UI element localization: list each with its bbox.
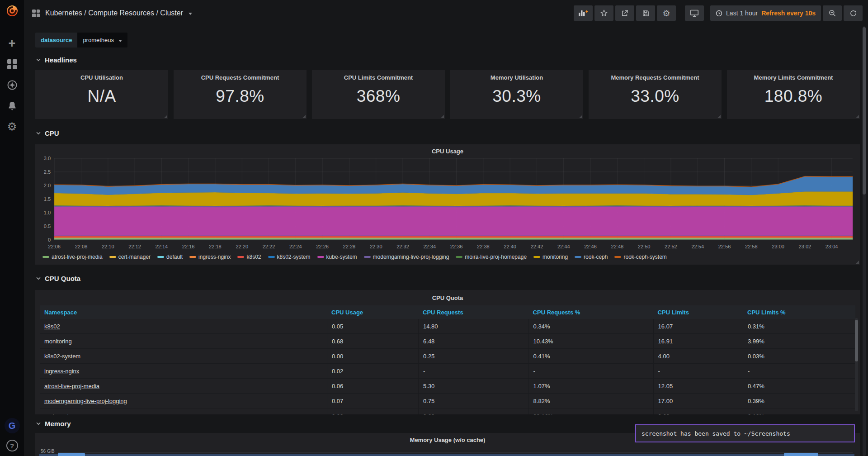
legend-color-marker (237, 256, 244, 258)
x-tick-label: 22:30 (370, 244, 382, 249)
sidebar-item-explore[interactable] (0, 75, 24, 95)
g-avatar-icon[interactable]: G (5, 418, 20, 433)
x-tick-label: 22:08 (75, 244, 88, 249)
sidebar-item-configuration[interactable]: ⚙ (0, 116, 24, 137)
namespace-cell: ingress-nginx (40, 364, 327, 379)
value-cell: 0.41% (528, 349, 653, 364)
x-tick-label: 22:12 (128, 244, 141, 249)
sidebar-item-create[interactable]: + (0, 33, 24, 54)
save-button[interactable] (636, 5, 655, 21)
page-scrollbar-thumb[interactable] (863, 27, 866, 195)
section-header-cpu-quota[interactable]: CPU Quota (35, 273, 860, 283)
sidebar-item-dashboards[interactable] (0, 54, 24, 75)
refresh-button[interactable] (844, 5, 863, 21)
dashboard-content: datasource prometheus Headlines CPU Util… (35, 26, 860, 456)
x-tick-label: 22:42 (531, 244, 543, 249)
column-header[interactable]: CPU Limits % (743, 309, 855, 316)
stat-panel-value: 33.0% (589, 87, 722, 106)
panel-resize-handle[interactable] (441, 115, 444, 118)
series-area-k8s02 (54, 236, 853, 238)
legend-item[interactable]: atrost-live-proj-media (42, 254, 103, 260)
y-tick-label: 3.0 (44, 157, 51, 161)
value-cell: 0.75 (418, 394, 528, 408)
stat-panel-value: 368% (312, 87, 445, 106)
namespace-link[interactable]: monitoring (44, 338, 72, 345)
cpu-usage-chart[interactable]: 00.51.01.52.02.53.022:0622:0822:1022:122… (39, 157, 856, 252)
datasource-select[interactable]: prometheus (77, 33, 127, 48)
dashboard-title-button[interactable]: Kubernetes / Compute Resources / Cluster (32, 9, 192, 17)
stat-panel-title[interactable]: Memory Utilisation (450, 70, 583, 81)
stat-panel-title[interactable]: CPU Utilisation (35, 70, 168, 81)
table-scrollbar-thumb[interactable] (855, 320, 858, 361)
add-panel-icon (578, 9, 588, 17)
memory-chart-area[interactable] (39, 454, 854, 456)
x-tick-label: 22:28 (343, 244, 356, 249)
toast-message: screenshot has been saved to ~/Screensho… (642, 430, 790, 437)
column-header[interactable]: CPU Requests % (528, 309, 653, 316)
legend-item[interactable]: kube-system (317, 254, 357, 260)
column-header[interactable]: CPU Limits (653, 309, 743, 316)
value-cell: 16.07 (653, 319, 743, 334)
legend-item[interactable]: moira-live-proj-homepage (456, 254, 527, 260)
stat-panel-title[interactable]: Memory Limits Commitment (727, 70, 860, 81)
panel-resize-handle[interactable] (302, 115, 306, 118)
legend-item[interactable]: rook-ceph (575, 254, 608, 260)
time-range-picker[interactable]: Last 1 hour Refresh every 10s (710, 5, 821, 21)
star-button[interactable] (594, 5, 613, 21)
stat-panel-title[interactable]: CPU Limits Commitment (312, 70, 445, 81)
legend-item[interactable]: moderngaming-live-proj-logging (364, 254, 449, 260)
bell-icon (7, 100, 18, 111)
legend-item[interactable]: k8s02 (237, 254, 261, 260)
legend-item[interactable]: default (157, 254, 183, 260)
legend-item[interactable]: rook-ceph-system (614, 254, 666, 260)
panel-resize-handle[interactable] (717, 115, 721, 118)
chevron-down-icon (35, 275, 42, 281)
panel-title-cpu-quota[interactable]: CPU Quota (40, 293, 855, 303)
namespace-link[interactable]: rook-ceph (44, 413, 71, 414)
dashboard-settings-button[interactable]: ⚙ (657, 5, 676, 21)
screenshot-toast: screenshot has been saved to ~/Screensho… (635, 424, 855, 442)
legend-item[interactable]: cert-manager (109, 254, 151, 260)
zoom-out-icon (828, 9, 836, 17)
stat-panel-title[interactable]: Memory Requests Commitment (589, 70, 722, 81)
namespace-link[interactable]: moderngaming-live-proj-logging (44, 398, 127, 404)
column-header[interactable]: Namespace (40, 309, 327, 316)
zoom-out-button[interactable] (823, 5, 842, 21)
y-tick-label: 1.5 (44, 196, 51, 202)
value-cell: 5.30 (418, 379, 528, 394)
namespace-link[interactable]: atrost-live-proj-media (44, 383, 99, 390)
value-cell: 6.48 (418, 334, 528, 349)
share-button[interactable] (615, 5, 634, 21)
question-icon[interactable]: ? (6, 440, 18, 451)
value-cell: 0.13% (743, 408, 855, 414)
x-tick-label: 22:18 (209, 244, 222, 249)
legend-item[interactable]: k8s02-system (268, 254, 311, 260)
panel-resize-handle[interactable] (579, 115, 582, 118)
x-tick-label: 22:06 (48, 244, 61, 249)
cpu-quota-table: NamespaceCPU UsageCPU RequestsCPU Reques… (40, 305, 855, 414)
add-panel-button[interactable] (574, 5, 593, 21)
cpu-usage-legend: atrost-live-proj-mediacert-managerdefaul… (39, 252, 856, 261)
gear-icon: ⚙ (7, 121, 17, 132)
panel-resize-handle[interactable] (856, 115, 859, 118)
legend-item[interactable]: ingress-nginx (189, 254, 231, 260)
column-header[interactable]: CPU Usage (327, 309, 418, 316)
section-header-headlines[interactable]: Headlines (35, 55, 860, 65)
panel-title-cpu-usage[interactable]: CPU Usage (39, 146, 856, 157)
legend-item[interactable]: monitoring (533, 254, 568, 260)
y-tick-label: 0 (48, 237, 51, 242)
stat-panel-title[interactable]: CPU Requests Commitment (174, 70, 307, 81)
section-header-cpu[interactable]: CPU (35, 128, 860, 138)
panel-resize-handle[interactable] (164, 115, 167, 118)
value-cell: 12.05 (653, 379, 743, 394)
grafana-logo-icon[interactable] (5, 3, 19, 19)
sidebar-item-alerting[interactable] (0, 95, 24, 116)
namespace-link[interactable]: ingress-nginx (44, 368, 79, 375)
cycle-view-button[interactable] (685, 5, 704, 21)
x-tick-label: 22:44 (557, 244, 570, 249)
column-header[interactable]: CPU Requests (418, 309, 528, 316)
x-tick-label: 22:36 (450, 244, 463, 249)
namespace-link[interactable]: k8s02-system (44, 353, 80, 360)
namespace-link[interactable]: k8s02 (44, 323, 60, 330)
panel-resize-handle[interactable] (856, 261, 859, 264)
